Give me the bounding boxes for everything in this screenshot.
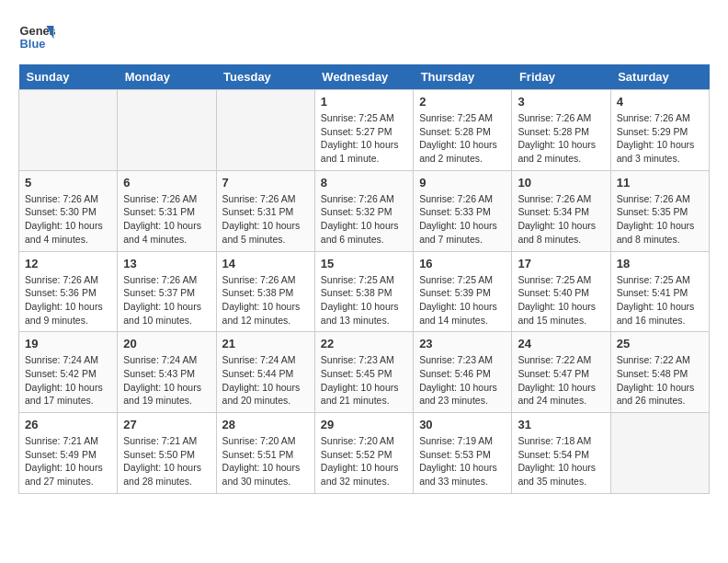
day-number: 4 <box>617 95 703 109</box>
day-cell: 23Sunrise: 7:23 AMSunset: 5:46 PMDayligh… <box>414 332 512 413</box>
day-cell <box>610 413 709 494</box>
calendar-table: SundayMondayTuesdayWednesdayThursdayFrid… <box>18 64 710 494</box>
day-cell: 5Sunrise: 7:26 AMSunset: 5:30 PMDaylight… <box>19 170 118 251</box>
day-cell: 30Sunrise: 7:19 AMSunset: 5:53 PMDayligh… <box>414 413 512 494</box>
day-info: Sunrise: 7:23 AMSunset: 5:45 PMDaylight:… <box>321 353 407 408</box>
header-sunday: Sunday <box>19 64 118 90</box>
day-cell: 21Sunrise: 7:24 AMSunset: 5:44 PMDayligh… <box>216 332 314 413</box>
day-cell: 11Sunrise: 7:26 AMSunset: 5:35 PMDayligh… <box>610 170 709 251</box>
day-number: 27 <box>123 418 210 431</box>
week-row-2: 5Sunrise: 7:26 AMSunset: 5:30 PMDaylight… <box>19 170 710 251</box>
day-info: Sunrise: 7:25 AMSunset: 5:39 PMDaylight:… <box>419 273 506 327</box>
logo: General Blue <box>18 18 55 55</box>
day-number: 26 <box>25 418 111 431</box>
day-cell: 9Sunrise: 7:26 AMSunset: 5:33 PMDaylight… <box>414 170 512 251</box>
day-number: 21 <box>222 337 309 350</box>
day-number: 25 <box>617 337 703 350</box>
day-number: 6 <box>123 176 210 190</box>
day-number: 16 <box>419 257 506 270</box>
header-saturday: Saturday <box>610 64 709 90</box>
day-number: 24 <box>518 337 604 350</box>
svg-text:Blue: Blue <box>20 37 46 51</box>
day-cell: 10Sunrise: 7:26 AMSunset: 5:34 PMDayligh… <box>512 170 610 251</box>
day-cell <box>19 90 118 171</box>
day-number: 30 <box>419 418 506 431</box>
day-info: Sunrise: 7:22 AMSunset: 5:47 PMDaylight:… <box>518 353 604 408</box>
day-number: 12 <box>25 257 111 270</box>
day-info: Sunrise: 7:23 AMSunset: 5:46 PMDaylight:… <box>419 353 506 408</box>
day-info: Sunrise: 7:22 AMSunset: 5:48 PMDaylight:… <box>617 353 703 408</box>
day-cell: 27Sunrise: 7:21 AMSunset: 5:50 PMDayligh… <box>118 413 216 494</box>
day-number: 11 <box>617 176 703 190</box>
day-info: Sunrise: 7:25 AMSunset: 5:38 PMDaylight:… <box>321 273 407 327</box>
day-info: Sunrise: 7:24 AMSunset: 5:44 PMDaylight:… <box>222 353 309 408</box>
day-cell: 1Sunrise: 7:25 AMSunset: 5:27 PMDaylight… <box>314 90 413 171</box>
header-thursday: Thursday <box>414 64 512 90</box>
day-cell: 26Sunrise: 7:21 AMSunset: 5:49 PMDayligh… <box>19 413 118 494</box>
calendar-container: General Blue SundayMondayTuesdayWednesda… <box>0 0 728 503</box>
day-number: 18 <box>617 257 703 270</box>
header-tuesday: Tuesday <box>216 64 314 90</box>
day-number: 2 <box>419 95 506 109</box>
day-info: Sunrise: 7:20 AMSunset: 5:51 PMDaylight:… <box>222 434 309 488</box>
day-number: 1 <box>321 95 407 109</box>
day-cell: 20Sunrise: 7:24 AMSunset: 5:43 PMDayligh… <box>118 332 216 413</box>
day-number: 23 <box>419 337 506 350</box>
day-number: 22 <box>321 337 407 350</box>
day-number: 14 <box>222 257 309 270</box>
day-cell: 7Sunrise: 7:26 AMSunset: 5:31 PMDaylight… <box>216 170 314 251</box>
day-cell: 12Sunrise: 7:26 AMSunset: 5:36 PMDayligh… <box>19 251 118 332</box>
day-info: Sunrise: 7:26 AMSunset: 5:35 PMDaylight:… <box>617 192 703 247</box>
day-cell: 3Sunrise: 7:26 AMSunset: 5:28 PMDaylight… <box>512 90 610 171</box>
day-cell: 16Sunrise: 7:25 AMSunset: 5:39 PMDayligh… <box>414 251 512 332</box>
week-row-1: 1Sunrise: 7:25 AMSunset: 5:27 PMDaylight… <box>19 90 710 171</box>
day-info: Sunrise: 7:26 AMSunset: 5:28 PMDaylight:… <box>518 111 604 166</box>
day-info: Sunrise: 7:26 AMSunset: 5:37 PMDaylight:… <box>123 273 210 327</box>
day-info: Sunrise: 7:26 AMSunset: 5:32 PMDaylight:… <box>321 192 407 247</box>
day-cell: 29Sunrise: 7:20 AMSunset: 5:52 PMDayligh… <box>314 413 413 494</box>
day-number: 15 <box>321 257 407 270</box>
day-cell <box>216 90 314 171</box>
day-info: Sunrise: 7:26 AMSunset: 5:33 PMDaylight:… <box>419 192 506 247</box>
day-number: 20 <box>123 337 210 350</box>
day-cell: 22Sunrise: 7:23 AMSunset: 5:45 PMDayligh… <box>314 332 413 413</box>
day-cell: 17Sunrise: 7:25 AMSunset: 5:40 PMDayligh… <box>512 251 610 332</box>
day-number: 7 <box>222 176 309 190</box>
day-cell: 13Sunrise: 7:26 AMSunset: 5:37 PMDayligh… <box>118 251 216 332</box>
day-info: Sunrise: 7:25 AMSunset: 5:40 PMDaylight:… <box>518 273 604 327</box>
day-cell: 19Sunrise: 7:24 AMSunset: 5:42 PMDayligh… <box>19 332 118 413</box>
day-info: Sunrise: 7:25 AMSunset: 5:27 PMDaylight:… <box>321 111 407 166</box>
day-info: Sunrise: 7:21 AMSunset: 5:50 PMDaylight:… <box>123 434 210 488</box>
logo-icon: General Blue <box>18 18 55 55</box>
header-row: General Blue <box>18 18 710 55</box>
day-number: 10 <box>518 176 604 190</box>
day-info: Sunrise: 7:26 AMSunset: 5:36 PMDaylight:… <box>25 273 111 327</box>
week-row-4: 19Sunrise: 7:24 AMSunset: 5:42 PMDayligh… <box>19 332 710 413</box>
week-row-5: 26Sunrise: 7:21 AMSunset: 5:49 PMDayligh… <box>19 413 710 494</box>
day-cell: 15Sunrise: 7:25 AMSunset: 5:38 PMDayligh… <box>314 251 413 332</box>
day-number: 8 <box>321 176 407 190</box>
day-number: 17 <box>518 257 604 270</box>
day-number: 19 <box>25 337 111 350</box>
day-info: Sunrise: 7:26 AMSunset: 5:34 PMDaylight:… <box>518 192 604 247</box>
day-number: 5 <box>25 176 111 190</box>
header-row-days: SundayMondayTuesdayWednesdayThursdayFrid… <box>19 64 710 90</box>
header-monday: Monday <box>118 64 216 90</box>
day-number: 13 <box>123 257 210 270</box>
day-info: Sunrise: 7:26 AMSunset: 5:38 PMDaylight:… <box>222 273 309 327</box>
day-cell: 4Sunrise: 7:26 AMSunset: 5:29 PMDaylight… <box>610 90 709 171</box>
day-cell: 14Sunrise: 7:26 AMSunset: 5:38 PMDayligh… <box>216 251 314 332</box>
day-info: Sunrise: 7:18 AMSunset: 5:54 PMDaylight:… <box>518 434 604 488</box>
day-info: Sunrise: 7:26 AMSunset: 5:29 PMDaylight:… <box>617 111 703 166</box>
day-info: Sunrise: 7:24 AMSunset: 5:42 PMDaylight:… <box>25 353 111 408</box>
day-cell: 24Sunrise: 7:22 AMSunset: 5:47 PMDayligh… <box>512 332 610 413</box>
day-cell <box>118 90 216 171</box>
day-info: Sunrise: 7:24 AMSunset: 5:43 PMDaylight:… <box>123 353 210 408</box>
day-info: Sunrise: 7:20 AMSunset: 5:52 PMDaylight:… <box>321 434 407 488</box>
day-info: Sunrise: 7:26 AMSunset: 5:31 PMDaylight:… <box>222 192 309 247</box>
day-cell: 28Sunrise: 7:20 AMSunset: 5:51 PMDayligh… <box>216 413 314 494</box>
day-info: Sunrise: 7:25 AMSunset: 5:28 PMDaylight:… <box>419 111 506 166</box>
day-info: Sunrise: 7:21 AMSunset: 5:49 PMDaylight:… <box>25 434 111 488</box>
day-info: Sunrise: 7:19 AMSunset: 5:53 PMDaylight:… <box>419 434 506 488</box>
day-cell: 6Sunrise: 7:26 AMSunset: 5:31 PMDaylight… <box>118 170 216 251</box>
